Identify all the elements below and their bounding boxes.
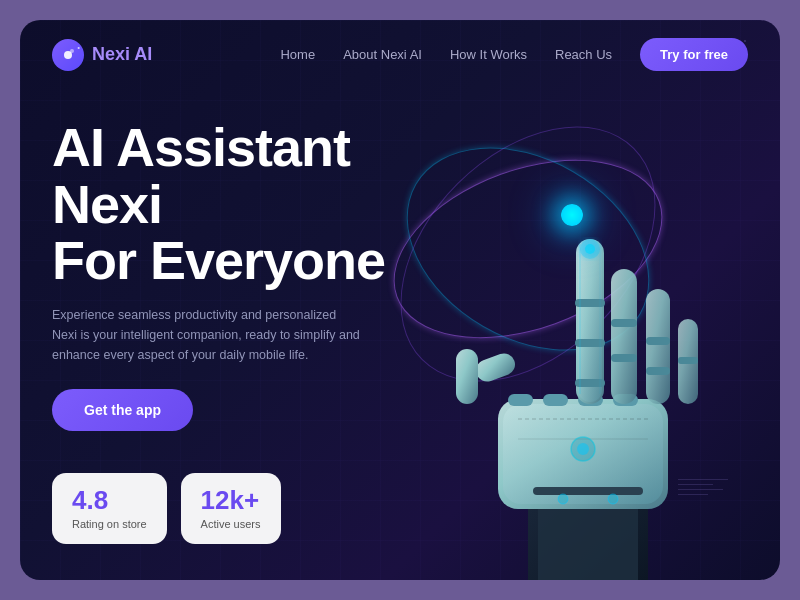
svg-point-9 [577, 443, 589, 455]
svg-rect-24 [646, 289, 670, 404]
stat-card-users: 12k+ Active users [181, 473, 281, 544]
try-free-button[interactable]: Try for free [640, 38, 748, 71]
stat-rating-value: 4.8 [72, 487, 147, 513]
page-wrapper: Nexi AI Home About Nexi AI How It Works … [20, 20, 780, 580]
svg-rect-22 [611, 319, 637, 327]
hero-title-line2: For Everyone [52, 230, 385, 290]
svg-rect-25 [646, 337, 670, 345]
left-column: AI Assistant Nexi For Everyone Experienc… [52, 109, 472, 559]
logo-icon [52, 39, 84, 71]
stat-users-label: Active users [201, 518, 261, 530]
hero-description: Experience seamless productivity and per… [52, 305, 362, 365]
svg-rect-11 [543, 394, 568, 406]
nav-reach[interactable]: Reach Us [555, 47, 612, 62]
svg-rect-15 [578, 241, 602, 402]
logo-main-text: Nexi [92, 44, 130, 64]
navbar: Nexi AI Home About Nexi AI How It Works … [20, 20, 780, 89]
svg-rect-10 [508, 394, 533, 406]
glowing-orb [561, 204, 583, 226]
svg-rect-26 [646, 367, 670, 375]
stat-rating-label: Rating on store [72, 518, 147, 530]
svg-rect-29 [473, 350, 518, 384]
hero-title-line1: AI Assistant Nexi [52, 117, 350, 234]
svg-rect-28 [678, 357, 698, 364]
svg-rect-31 [533, 487, 643, 495]
main-content: AI Assistant Nexi For Everyone Experienc… [20, 89, 780, 579]
logo-suffix-text: AI [130, 44, 152, 64]
nav-about[interactable]: About Nexi AI [343, 47, 422, 62]
logo-name: Nexi AI [92, 44, 152, 65]
stats-row: 4.8 Rating on store 12k+ Active users [52, 473, 472, 544]
logo-area: Nexi AI [52, 39, 152, 71]
svg-point-1 [70, 49, 74, 53]
svg-point-33 [608, 494, 618, 504]
nav-links: Home About Nexi AI How It Works Reach Us… [280, 38, 748, 71]
stat-card-rating: 4.8 Rating on store [52, 473, 167, 544]
get-app-button[interactable]: Get the app [52, 389, 193, 431]
svg-rect-23 [611, 354, 637, 362]
nav-home[interactable]: Home [280, 47, 315, 62]
nav-how[interactable]: How It Works [450, 47, 527, 62]
svg-rect-21 [611, 269, 637, 404]
right-column: EXPLORE MORE • EXPLORE MORE • [472, 109, 748, 559]
hero-title: AI Assistant Nexi For Everyone [52, 119, 472, 289]
svg-point-20 [585, 244, 595, 254]
svg-point-32 [558, 494, 568, 504]
stat-users-value: 12k+ [201, 487, 261, 513]
